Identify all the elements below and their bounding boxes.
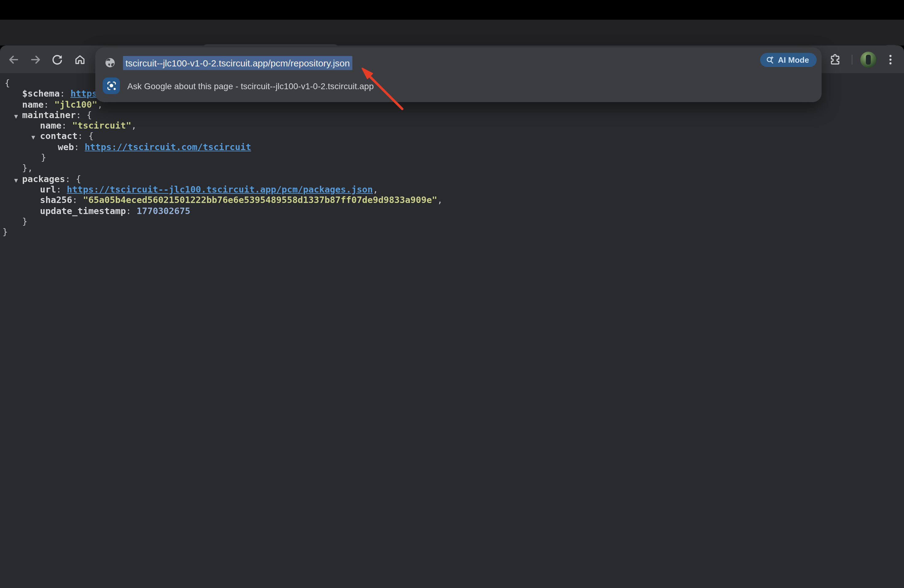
ai-mode-icon <box>766 55 775 65</box>
json-value: , <box>437 195 443 205</box>
url-input[interactable]: tscircuit--jlc100-v1-0-2.tscircuit.app/p… <box>123 56 352 70</box>
json-value: : <box>62 120 72 130</box>
json-line: ▼maintainer: { <box>0 110 904 121</box>
forward-button[interactable] <box>30 54 42 66</box>
toolbar-divider <box>852 55 852 65</box>
json-value: : { <box>76 110 92 120</box>
globe-icon <box>105 58 115 70</box>
menu-kebab-icon[interactable] <box>884 54 897 66</box>
json-value: } <box>22 217 27 226</box>
json-key: maintainer <box>22 110 76 120</box>
json-key: packages <box>22 174 65 183</box>
collapse-triangle-icon[interactable]: ▼ <box>14 111 18 122</box>
json-value: : <box>44 100 54 109</box>
json-value: : <box>60 89 70 99</box>
json-line: ▼packages: { <box>0 174 904 185</box>
json-key: web <box>58 142 74 152</box>
json-value: : <box>72 195 83 205</box>
json-value: }, <box>22 163 33 173</box>
json-value: } <box>2 227 8 237</box>
extensions-icon[interactable] <box>829 54 841 66</box>
json-line: }, <box>0 163 904 174</box>
collapse-triangle-icon[interactable]: ▼ <box>14 175 18 186</box>
json-link[interactable]: https <box>70 89 97 99</box>
json-value: , <box>131 120 136 130</box>
top-black-strip <box>0 0 904 20</box>
json-key: name <box>40 120 62 130</box>
json-line: } <box>0 217 904 227</box>
ai-mode-label: AI Mode <box>778 55 809 65</box>
json-value: : <box>126 206 136 216</box>
json-link[interactable]: https://tscircuit.com/tscircuit <box>85 142 251 152</box>
json-value: : <box>74 142 85 152</box>
json-key: sha256 <box>40 195 72 205</box>
json-key: url <box>40 185 56 194</box>
json-value: : { <box>77 131 93 141</box>
json-value: : { <box>65 174 81 183</box>
json-value: : <box>56 185 67 194</box>
json-viewer-page: {$schema: httpsname: "jlc100",▼maintaine… <box>0 73 904 588</box>
json-value: "jlc100" <box>54 100 98 109</box>
reload-button[interactable] <box>51 54 63 66</box>
json-line: url: https://tscircuit--jlc100.tscircuit… <box>0 185 904 195</box>
google-lens-icon <box>103 77 120 94</box>
json-key: name <box>22 100 44 109</box>
collapse-triangle-icon[interactable]: ▼ <box>32 133 35 143</box>
tab-strip: ts tscircuit/jlc100 - tscircuit × https:… <box>0 20 904 46</box>
json-line: web: https://tscircuit.com/tscircuit <box>0 142 904 153</box>
json-value: "65a05b4eced56021501222bb76e6e5395489558… <box>83 195 437 205</box>
json-value: "tscircuit" <box>72 120 131 130</box>
json-line: sha256: "65a05b4eced56021501222bb76e6e53… <box>0 195 904 206</box>
home-button[interactable] <box>74 54 86 66</box>
json-key: $schema <box>22 89 60 99</box>
json-line: name: "tscircuit", <box>0 120 904 131</box>
back-button[interactable] <box>7 54 20 66</box>
json-key: update_timestamp <box>40 206 126 216</box>
ai-mode-button[interactable]: AI Mode <box>760 53 816 67</box>
json-link[interactable]: https://tscircuit--jlc100.tscircuit.app/… <box>67 185 373 194</box>
json-value: 1770302675 <box>136 206 190 216</box>
json-key: contact <box>40 131 77 141</box>
json-line: } <box>0 227 904 238</box>
json-value: { <box>5 78 10 88</box>
json-line: } <box>0 153 904 163</box>
browser-window: ts tscircuit/jlc100 - tscircuit × https:… <box>0 0 904 588</box>
profile-avatar[interactable] <box>860 52 876 68</box>
json-value: } <box>41 153 46 162</box>
json-line: update_timestamp: 1770302675 <box>0 206 904 217</box>
omnibox-dropdown: tscircuit--jlc100-v1-0-2.tscircuit.app/p… <box>95 47 822 102</box>
json-line: ▼contact: { <box>0 131 904 142</box>
json-value: , <box>373 185 378 194</box>
ask-google-suggestion[interactable]: Ask Google about this page - tscircuit--… <box>127 81 374 91</box>
